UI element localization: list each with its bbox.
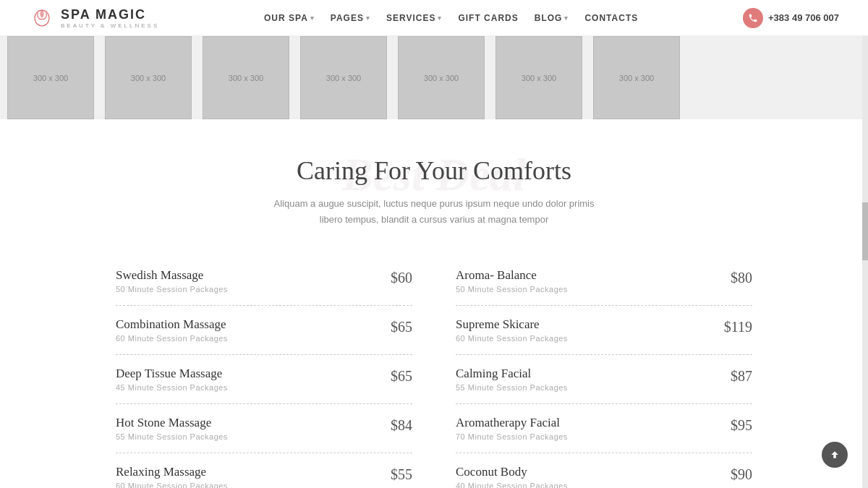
nav-links: OUR SPA ▾ PAGES ▾ SERVICES ▾ GIFT CARDS …	[264, 13, 638, 23]
price-name: Swedish Massage	[116, 268, 228, 283]
image-tile-1: 300 x 300	[7, 36, 94, 119]
nav-item-gift-cards[interactable]: GIFT CARDS	[458, 13, 518, 23]
nav-item-blog[interactable]: BLOG ▾	[535, 13, 569, 23]
price-item-swedish: Swedish Massage 50 Minute Session Packag…	[116, 257, 412, 306]
nav-item-our-spa[interactable]: OUR SPA ▾	[264, 13, 315, 23]
price-duration: 55 Minute Session Packages	[116, 432, 228, 441]
nav-item-contacts[interactable]: CONTACTS	[584, 13, 638, 23]
price-name: Coconut Body	[456, 465, 568, 479]
logo-icon	[29, 5, 55, 31]
scrollbar[interactable]	[862, 0, 868, 488]
price-column-left: Swedish Massage 50 Minute Session Packag…	[94, 257, 434, 488]
nav-item-services[interactable]: SERVICES ▾	[386, 13, 442, 23]
logo[interactable]: SPA MAGIC BEAUTY & WELLNESS	[29, 5, 159, 31]
price-item-hot-stone: Hot Stone Massage 55 Minute Session Pack…	[116, 404, 412, 453]
logo-subtitle: BEAUTY & WELLNESS	[61, 22, 159, 29]
price-name: Combination Massage	[116, 317, 228, 332]
pricing-subtitle: Aliquam a augue suscipit, luctus neque p…	[29, 196, 839, 228]
price-amount: $60	[391, 268, 412, 286]
price-amount: $55	[391, 465, 412, 483]
image-strip-inner: 300 x 300 300 x 300 300 x 300 300 x 300 …	[0, 36, 334, 119]
phone-number: +383 49 706 007	[768, 12, 839, 23]
price-item-combination: Combination Massage 60 Minute Session Pa…	[116, 306, 412, 355]
price-item-calming-facial: Calming Facial 55 Minute Session Package…	[456, 355, 752, 404]
price-duration: 50 Minute Session Packages	[116, 285, 228, 294]
image-tile-3: 300 x 300	[203, 36, 289, 119]
price-amount: $119	[724, 317, 752, 335]
price-amount: $65	[391, 367, 412, 385]
price-item-coconut-body: Coconut Body 40 Minute Session Packages …	[456, 453, 752, 488]
image-strip: 300 x 300 300 x 300 300 x 300 300 x 300 …	[0, 36, 868, 119]
price-item-supreme-skicare: Supreme Skicare 60 Minute Session Packag…	[456, 306, 752, 355]
price-name: Aroma- Balance	[456, 268, 568, 283]
pricing-title: Caring For Your Comforts	[29, 155, 839, 186]
price-amount: $90	[731, 465, 752, 483]
navbar: SPA MAGIC BEAUTY & WELLNESS OUR SPA ▾ PA…	[0, 0, 868, 36]
logo-name: SPA MAGIC	[61, 7, 159, 22]
price-duration: 60 Minute Session Packages	[116, 481, 228, 488]
pricing-section: Best Deal Caring For Your Comforts Aliqu…	[0, 119, 868, 488]
price-name: Calming Facial	[456, 367, 568, 381]
image-tile-5: 300 x 300	[398, 36, 485, 119]
price-column-right: Aroma- Balance 50 Minute Session Package…	[434, 257, 774, 488]
nav-item-pages[interactable]: PAGES ▾	[331, 13, 370, 23]
price-duration: 60 Minute Session Packages	[456, 334, 568, 343]
price-grid: Swedish Massage 50 Minute Session Packag…	[94, 257, 774, 488]
image-tile-4: 300 x 300	[300, 36, 387, 119]
image-tile-2: 300 x 300	[105, 36, 192, 119]
price-name: Hot Stone Massage	[116, 416, 228, 430]
price-amount: $87	[731, 367, 752, 385]
price-name: Supreme Skicare	[456, 317, 568, 332]
price-duration: 40 Minute Session Packages	[456, 481, 568, 488]
price-duration: 50 Minute Session Packages	[456, 285, 568, 294]
phone-icon	[743, 8, 763, 28]
price-duration: 45 Minute Session Packages	[116, 383, 228, 392]
image-tile-6: 300 x 300	[495, 36, 582, 119]
price-item-relaxing: Relaxing Massage 60 Minute Session Packa…	[116, 453, 412, 488]
scrollbar-thumb[interactable]	[862, 202, 868, 260]
price-amount: $95	[731, 416, 752, 434]
price-item-deep-tissue: Deep Tissue Massage 45 Minute Session Pa…	[116, 355, 412, 404]
price-amount: $65	[391, 317, 412, 335]
price-name: Relaxing Massage	[116, 465, 228, 479]
price-duration: 70 Minute Session Packages	[456, 432, 568, 441]
price-duration: 60 Minute Session Packages	[116, 334, 228, 343]
pricing-header: Best Deal Caring For Your Comforts Aliqu…	[29, 155, 839, 228]
phone-area[interactable]: +383 49 706 007	[743, 8, 839, 28]
price-amount: $84	[391, 416, 412, 434]
price-item-aromatherapy-facial: Aromatherapy Facial 70 Minute Session Pa…	[456, 404, 752, 453]
price-item-aroma-balance: Aroma- Balance 50 Minute Session Package…	[456, 257, 752, 306]
price-amount: $80	[731, 268, 752, 286]
price-duration: 55 Minute Session Packages	[456, 383, 568, 392]
image-tile-7: 300 x 300	[593, 36, 680, 119]
price-name: Aromatherapy Facial	[456, 416, 568, 430]
scroll-up-button[interactable]	[822, 442, 848, 468]
price-name: Deep Tissue Massage	[116, 367, 228, 381]
